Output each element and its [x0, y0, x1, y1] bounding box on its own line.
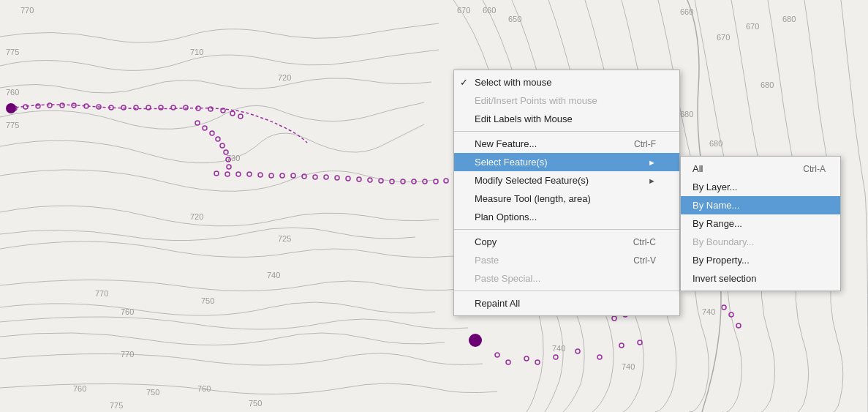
menu-item-edit-labels[interactable]: Edit Labels with Mouse: [454, 110, 679, 128]
svg-point-95: [575, 349, 580, 353]
menu-item-shortcut: Ctrl-V: [633, 255, 656, 266]
svg-point-62: [236, 172, 241, 176]
svg-point-57: [224, 150, 228, 154]
svg-text:740: 740: [552, 344, 565, 353]
menu-item-repaint-all[interactable]: Repaint All: [454, 294, 679, 312]
submenu-item-invert-selection[interactable]: Invert selection: [681, 269, 840, 288]
menu-item-label: Paste: [475, 255, 499, 266]
svg-point-46: [184, 105, 188, 110]
svg-point-98: [638, 340, 642, 345]
menu-item-label: Copy: [475, 236, 497, 247]
submenu-item-by-range[interactable]: By Range...: [681, 214, 840, 233]
submenu-item-label: By Name...: [692, 200, 739, 211]
svg-point-45: [171, 105, 176, 110]
svg-text:760: 760: [121, 307, 134, 316]
menu-item-shortcut: Ctrl-F: [634, 139, 656, 149]
svg-text:650: 650: [508, 15, 521, 23]
submenu-arrow-icon: ►: [648, 158, 656, 167]
menu-item-label: New Feature...: [475, 138, 537, 149]
svg-point-54: [210, 131, 214, 135]
svg-point-70: [324, 175, 328, 179]
svg-text:680: 680: [782, 15, 796, 23]
svg-text:720: 720: [278, 73, 291, 82]
menu-item-paste-special[interactable]: Paste Special...: [454, 269, 679, 288]
svg-point-64: [258, 173, 263, 177]
svg-point-82: [6, 103, 16, 113]
svg-point-42: [134, 105, 138, 110]
svg-text:750: 750: [146, 388, 159, 397]
svg-point-72: [346, 176, 350, 181]
svg-text:770: 770: [95, 289, 108, 298]
submenu-item-shortcut: Ctrl-A: [803, 164, 826, 174]
svg-point-73: [357, 177, 361, 181]
submenu-select-features: All Ctrl-A By Layer... By Name... By Ran…: [680, 156, 841, 291]
svg-point-43: [146, 105, 151, 110]
svg-point-69: [313, 175, 317, 179]
checkmark-icon: ✓: [460, 77, 468, 88]
svg-point-89: [736, 323, 741, 328]
menu-item-shortcut: Ctrl-C: [633, 237, 656, 247]
menu-item-select-mouse[interactable]: ✓ Select with mouse: [454, 73, 679, 91]
submenu-arrow-icon: ►: [648, 176, 656, 185]
submenu-item-by-property[interactable]: By Property...: [681, 251, 840, 269]
menu-item-paste[interactable]: Paste Ctrl-V: [454, 251, 679, 269]
svg-point-66: [280, 173, 284, 178]
svg-point-96: [597, 355, 602, 359]
menu-item-copy[interactable]: Copy Ctrl-C: [454, 233, 679, 251]
svg-point-60: [214, 171, 219, 176]
svg-point-91: [506, 360, 510, 364]
svg-point-55: [216, 137, 220, 141]
svg-text:760: 760: [197, 384, 211, 393]
svg-text:775: 775: [110, 401, 123, 410]
menu-item-label: Modify Selected Feature(s): [475, 175, 589, 186]
svg-point-74: [368, 178, 372, 182]
submenu-item-label: By Layer...: [692, 181, 737, 192]
menu-item-modify-selected[interactable]: Modify Selected Feature(s) ►: [454, 171, 679, 190]
svg-text:750: 750: [201, 296, 214, 305]
submenu-item-all[interactable]: All Ctrl-A: [681, 160, 840, 178]
separator-2: [454, 229, 679, 230]
svg-point-81: [444, 179, 448, 183]
separator-3: [454, 291, 679, 291]
svg-text:750: 750: [249, 399, 262, 408]
submenu-item-label: By Range...: [692, 218, 742, 229]
svg-text:740: 740: [622, 362, 635, 371]
svg-point-51: [238, 114, 243, 119]
submenu-item-by-name[interactable]: By Name...: [681, 196, 840, 214]
svg-text:770: 770: [121, 350, 134, 359]
submenu-item-label: By Property...: [692, 255, 750, 266]
svg-point-65: [269, 173, 273, 178]
svg-text:740: 740: [267, 271, 280, 280]
submenu-item-label: Invert selection: [692, 273, 756, 284]
menu-item-measure-tool[interactable]: Measure Tool (length, area): [454, 190, 679, 208]
menu-item-label: Select Feature(s): [475, 157, 548, 168]
svg-point-63: [247, 172, 252, 176]
menu-item-label: Plan Options...: [475, 211, 537, 222]
submenu-item-by-layer[interactable]: By Layer...: [681, 178, 840, 196]
context-menu-overlay: ✓ Select with mouse Edit/Insert Points w…: [453, 70, 841, 316]
svg-text:670: 670: [717, 33, 730, 42]
menu-item-plan-options[interactable]: Plan Options...: [454, 208, 679, 226]
menu-item-edit-insert[interactable]: Edit/Insert Points with mouse: [454, 91, 679, 110]
menu-item-new-feature[interactable]: New Feature... Ctrl-F: [454, 135, 679, 153]
submenu-item-by-boundary[interactable]: By Boundary...: [681, 233, 840, 251]
svg-text:775: 775: [6, 48, 19, 56]
svg-point-48: [208, 107, 213, 111]
svg-point-56: [220, 143, 224, 148]
svg-point-78: [412, 179, 416, 184]
svg-point-33: [23, 105, 28, 109]
svg-point-50: [230, 111, 235, 116]
svg-text:670: 670: [746, 22, 759, 31]
svg-point-92: [524, 356, 529, 361]
svg-point-41: [121, 105, 126, 110]
svg-text:770: 770: [20, 6, 34, 15]
menu-item-select-features[interactable]: Select Feature(s) ►: [454, 153, 679, 171]
svg-point-34: [36, 104, 40, 108]
svg-point-36: [60, 103, 64, 108]
svg-text:710: 710: [190, 48, 203, 56]
svg-point-97: [619, 343, 624, 348]
svg-point-71: [335, 176, 339, 180]
context-menu: ✓ Select with mouse Edit/Insert Points w…: [453, 70, 680, 316]
menu-item-label: Repaint All: [475, 298, 520, 309]
svg-point-90: [495, 353, 499, 357]
